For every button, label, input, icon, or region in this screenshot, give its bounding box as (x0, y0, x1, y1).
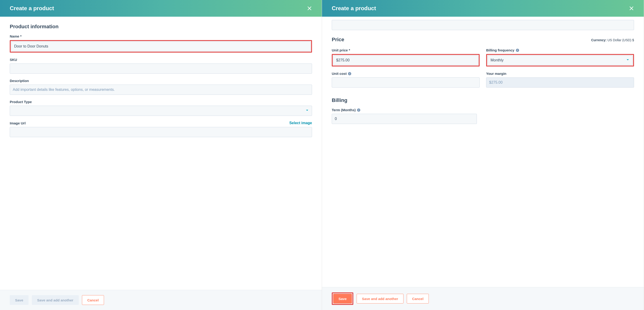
panel-header: Create a product (322, 0, 644, 17)
field-sku: SKU (10, 58, 312, 74)
create-product-panel-right: Create a product Price Currency: US Doll… (322, 0, 644, 310)
field-image-url: Image Url Select image (10, 121, 312, 137)
cancel-button[interactable]: Cancel (407, 294, 429, 304)
section-title-billing: Billing (332, 97, 634, 103)
billing-frequency-label-text: Billing frequency (486, 48, 514, 52)
unit-price-label: Unit price * (332, 48, 480, 52)
save-button-highlight: Save (332, 292, 353, 305)
billing-frequency-label: Billing frequency i (486, 48, 634, 52)
image-url-input[interactable] (10, 127, 312, 137)
field-unit-price: Unit price * (332, 48, 480, 66)
panel-footer: Save Save and add another Cancel (322, 287, 644, 310)
field-billing-frequency: Billing frequency i (486, 48, 634, 66)
product-type-label: Product Type (10, 100, 312, 104)
field-your-margin: Your margin (486, 72, 634, 88)
unit-price-highlight (332, 54, 480, 66)
save-add-another-button[interactable]: Save and add another (356, 294, 404, 304)
select-image-link[interactable]: Select image (289, 121, 312, 125)
your-margin-display (486, 77, 634, 88)
info-icon[interactable]: i (516, 49, 519, 52)
unit-price-input[interactable] (333, 55, 478, 65)
name-highlight (10, 40, 312, 53)
section-title-price: Price (332, 37, 344, 43)
product-type-select[interactable] (10, 106, 312, 116)
save-button[interactable]: Save (333, 294, 352, 304)
scrolled-input-stub[interactable] (332, 20, 634, 30)
name-label: Name * (10, 34, 312, 38)
close-icon[interactable] (629, 6, 634, 11)
description-label: Description (10, 79, 312, 83)
field-term: Term (Months) i (332, 108, 477, 124)
currency-value: US Dollar (USD) $ (608, 38, 634, 42)
section-title-product-info: Product information (10, 24, 312, 30)
info-icon[interactable]: i (357, 108, 360, 112)
field-unit-cost: Unit cost i (332, 72, 480, 88)
cancel-button[interactable]: Cancel (82, 295, 104, 305)
image-url-label: Image Url (10, 121, 26, 125)
sku-input[interactable] (10, 63, 312, 74)
description-input[interactable] (10, 85, 312, 95)
unit-cost-label: Unit cost i (332, 72, 480, 76)
panel-footer: Save Save and add another Cancel (0, 290, 322, 310)
name-input[interactable] (11, 41, 310, 51)
panel-title: Create a product (332, 5, 376, 11)
panel-body: Price Currency: US Dollar (USD) $ Unit p… (322, 17, 644, 287)
create-product-panel-left: Create a product Product information Nam… (0, 0, 322, 310)
field-name: Name * (10, 34, 312, 53)
field-description: Description (10, 79, 312, 95)
your-margin-label: Your margin (486, 72, 634, 76)
info-icon[interactable]: i (348, 72, 351, 75)
unit-cost-input[interactable] (332, 77, 480, 88)
currency-prefix: Currency: (591, 38, 606, 42)
save-button[interactable]: Save (10, 295, 28, 305)
panel-title: Create a product (10, 5, 54, 11)
billing-frequency-select[interactable] (488, 55, 632, 65)
panel-header: Create a product (0, 0, 322, 17)
term-input[interactable] (332, 114, 477, 124)
billing-frequency-highlight (486, 54, 634, 66)
currency-display: Currency: US Dollar (USD) $ (591, 38, 634, 42)
term-label-text: Term (Months) (332, 108, 356, 112)
term-label: Term (Months) i (332, 108, 477, 112)
field-product-type: Product Type (10, 100, 312, 116)
save-add-another-button[interactable]: Save and add another (32, 295, 79, 305)
panel-body: Product information Name * SKU Descripti… (0, 17, 322, 290)
close-icon[interactable] (307, 6, 312, 11)
unit-cost-label-text: Unit cost (332, 72, 346, 76)
sku-label: SKU (10, 58, 312, 62)
